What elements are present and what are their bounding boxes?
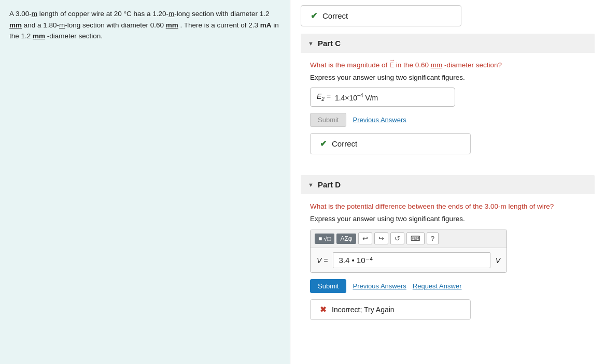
problem-text: A 3.00-m length of copper wire at 20 °C …: [9, 8, 280, 42]
refresh-button[interactable]: ↺: [390, 232, 404, 244]
part-d-incorrect-label: Incorrect; Try Again: [332, 305, 395, 314]
part-d-submit-button[interactable]: Submit: [310, 279, 346, 293]
part-c-chevron-icon: ▼: [308, 40, 314, 47]
part-c-answer-box: E2 = 1.4×10−4 V/m: [310, 88, 455, 107]
greek-symbols-icon: ΑΣφ: [340, 235, 352, 242]
part-d-header[interactable]: ▼ Part D: [301, 175, 595, 194]
part-d-section: ▼ Part D What is the potential differenc…: [301, 175, 595, 328]
part-c-correct-label: Correct: [332, 139, 357, 148]
part-d-title: Part D: [318, 180, 341, 189]
part-c-btn-row: Submit Previous Answers: [310, 113, 585, 127]
part-d-incorrect-banner: ✖ Incorrect; Try Again: [310, 299, 471, 320]
part-c-question: What is the magnitude of E in the 0.60 m…: [310, 60, 585, 70]
part-c-eq-value: 1.4×10−4 V/m: [335, 93, 378, 102]
part-d-question: What is the potential difference between…: [310, 201, 585, 212]
part-d-body: What is the potential difference between…: [301, 194, 595, 328]
math-editor: ■ √□ ΑΣφ ↩ ↪ ↺ ⌨ ? V = V: [310, 229, 507, 273]
math-input-row: V = V: [311, 248, 506, 272]
math-input-field[interactable]: [333, 252, 490, 268]
part-c-check-icon: ✔: [320, 139, 327, 149]
help-button[interactable]: ?: [427, 232, 439, 244]
part-c-section: ▼ Part C What is the magnitude of E in t…: [301, 34, 595, 170]
math-toolbar: ■ √□ ΑΣφ ↩ ↪ ↺ ⌨ ?: [311, 229, 506, 248]
greek-symbols-button[interactable]: ΑΣφ: [336, 234, 356, 244]
part-c-correct-banner: ✔ Correct: [310, 133, 471, 154]
part-d-previous-answers-button[interactable]: Previous Answers: [353, 282, 406, 290]
part-c-title: Part C: [318, 39, 341, 48]
part-c-previous-answers-button[interactable]: Previous Answers: [353, 116, 406, 124]
problem-panel: A 3.00-m length of copper wire at 20 °C …: [0, 0, 290, 364]
part-d-instruction: Express your answer using two significan…: [310, 215, 585, 223]
part-d-request-answer-button[interactable]: Request Answer: [413, 282, 462, 290]
check-icon: ✔: [311, 11, 317, 21]
keyboard-button[interactable]: ⌨: [406, 232, 425, 244]
part-c-header[interactable]: ▼ Part C: [301, 34, 595, 53]
top-correct-banner: ✔ Correct: [301, 5, 461, 26]
part-c-submit-button[interactable]: Submit: [310, 113, 346, 127]
part-d-chevron-icon: ▼: [308, 182, 314, 188]
part-d-btn-row: Submit Previous Answers Request Answer: [310, 279, 585, 293]
fraction-sqrt-button[interactable]: ■ √□: [315, 234, 334, 244]
fraction-sqrt-icon: ■ √□: [318, 235, 331, 242]
x-icon: ✖: [320, 305, 327, 314]
answer-panel: ✔ Correct ▼ Part C What is the magnitude…: [290, 0, 605, 364]
part-c-eq-label: E2 =: [317, 92, 333, 102]
part-c-instruction: Express your answer using two significan…: [310, 74, 585, 81]
undo-button[interactable]: ↩: [358, 232, 372, 244]
part-c-body: What is the magnitude of E in the 0.60 m…: [301, 53, 595, 170]
top-correct-label: Correct: [322, 11, 348, 20]
v-eq-label: V =: [317, 256, 328, 265]
unit-label: V: [496, 256, 500, 265]
redo-button[interactable]: ↪: [374, 232, 388, 244]
